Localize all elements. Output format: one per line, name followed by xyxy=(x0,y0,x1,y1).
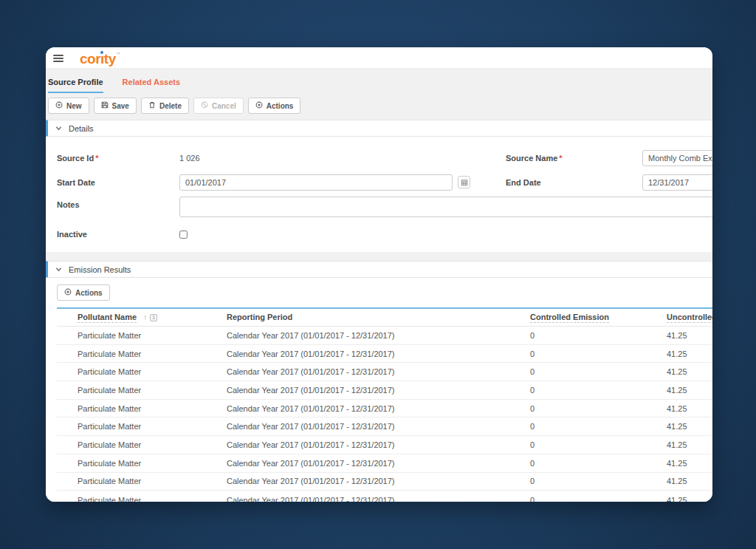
cell-pollutant-name: Particulate Matter xyxy=(57,496,227,502)
cell-controlled-emission: 0 xyxy=(530,367,667,376)
cell-pollutant-name: Particulate Matter xyxy=(57,331,227,340)
emission-table: Pollutant Name ↑ 1 Reporting Period Cont… xyxy=(57,307,712,502)
cell-reporting-period: Calendar Year 2017 (01/01/2017 - 12/31/2… xyxy=(227,459,530,468)
emission-results-section-title: Emission Results xyxy=(69,265,131,274)
table-row[interactable]: Particulate Matter Calendar Year 2017 (0… xyxy=(57,400,712,418)
emission-table-body: Particulate Matter Calendar Year 2017 (0… xyxy=(57,327,712,502)
table-row[interactable]: Particulate Matter Calendar Year 2017 (0… xyxy=(57,491,712,502)
save-icon xyxy=(101,101,109,110)
end-date-input[interactable] xyxy=(642,174,712,191)
circle-dot-icon xyxy=(64,288,72,297)
column-header-controlled-emission[interactable]: Controlled Emission xyxy=(530,313,667,321)
cell-uncontrolled-emission: 41.25 xyxy=(667,422,712,431)
table-row[interactable]: Particulate Matter Calendar Year 2017 (0… xyxy=(57,345,712,364)
cell-reporting-period: Calendar Year 2017 (01/01/2017 - 12/31/2… xyxy=(227,496,530,502)
tab-source-profile[interactable]: Source Profile xyxy=(48,76,103,93)
cell-reporting-period: Calendar Year 2017 (01/01/2017 - 12/31/2… xyxy=(227,422,530,431)
cell-pollutant-name: Particulate Matter xyxy=(57,367,227,376)
trash-icon xyxy=(148,101,156,110)
source-name-input[interactable] xyxy=(642,150,712,166)
cell-uncontrolled-emission: 41.25 xyxy=(667,404,712,413)
cell-pollutant-name: Particulate Matter xyxy=(57,422,227,431)
cell-uncontrolled-emission: 41.25 xyxy=(667,386,712,395)
end-date-label: End Date xyxy=(506,178,642,187)
source-id-label: Source Id* xyxy=(46,154,179,163)
cell-uncontrolled-emission: 41.25 xyxy=(667,459,712,468)
cority-logo: corıty™ xyxy=(80,52,120,66)
inactive-checkbox[interactable] xyxy=(179,231,188,239)
cell-reporting-period: Calendar Year 2017 (01/01/2017 - 12/31/2… xyxy=(227,331,530,340)
cell-controlled-emission: 0 xyxy=(530,331,667,340)
source-name-label: Source Name* xyxy=(506,154,642,163)
circle-dot-icon xyxy=(255,101,263,110)
logo-i-dot xyxy=(100,51,103,54)
inactive-label: Inactive xyxy=(46,230,179,239)
emission-actions-button[interactable]: Actions xyxy=(57,284,110,301)
table-row[interactable]: Particulate Matter Calendar Year 2017 (0… xyxy=(57,473,712,491)
details-section-title: Details xyxy=(69,124,94,133)
cell-uncontrolled-emission: 41.25 xyxy=(667,367,712,376)
cell-controlled-emission: 0 xyxy=(530,440,667,449)
toolbar: New Save Delete Cancel Actions xyxy=(46,93,712,114)
sort-order-badge: 1 xyxy=(150,314,157,321)
new-button[interactable]: New xyxy=(48,98,89,114)
table-row[interactable]: Particulate Matter Calendar Year 2017 (0… xyxy=(57,327,712,345)
table-row[interactable]: Particulate Matter Calendar Year 2017 (0… xyxy=(57,363,712,381)
cell-reporting-period: Calendar Year 2017 (01/01/2017 - 12/31/2… xyxy=(227,404,530,413)
cell-pollutant-name: Particulate Matter xyxy=(57,459,227,468)
cell-pollutant-name: Particulate Matter xyxy=(57,477,227,485)
emission-table-header: Pollutant Name ↑ 1 Reporting Period Cont… xyxy=(57,309,712,327)
cell-pollutant-name: Particulate Matter xyxy=(57,440,227,449)
tab-related-assets[interactable]: Related Assets xyxy=(123,76,180,93)
cell-uncontrolled-emission: 41.25 xyxy=(667,331,712,340)
cancel-button[interactable]: Cancel xyxy=(193,98,244,114)
cell-controlled-emission: 0 xyxy=(530,404,667,413)
start-date-input[interactable] xyxy=(179,174,453,191)
table-row[interactable]: Particulate Matter Calendar Year 2017 (0… xyxy=(57,417,712,436)
cell-controlled-emission: 0 xyxy=(530,477,667,485)
cell-uncontrolled-emission: 41.25 xyxy=(667,349,712,358)
app-window: corıty™ Source Profile Related Assets Ne… xyxy=(46,47,712,502)
app-header: corıty™ xyxy=(46,47,712,68)
table-row[interactable]: Particulate Matter Calendar Year 2017 (0… xyxy=(57,381,712,400)
table-row[interactable]: Particulate Matter Calendar Year 2017 (0… xyxy=(57,436,712,454)
cell-reporting-period: Calendar Year 2017 (01/01/2017 - 12/31/2… xyxy=(227,477,530,485)
start-date-label: Start Date xyxy=(46,178,179,187)
cancel-icon xyxy=(201,101,208,110)
tab-bar: Source Profile Related Assets xyxy=(46,69,712,93)
notes-textarea[interactable] xyxy=(179,197,712,217)
column-header-reporting-period[interactable]: Reporting Period xyxy=(227,313,530,321)
cell-uncontrolled-emission: 41.25 xyxy=(667,440,712,449)
chevron-down-icon xyxy=(55,124,62,133)
cell-reporting-period: Calendar Year 2017 (01/01/2017 - 12/31/2… xyxy=(227,386,530,395)
cell-uncontrolled-emission: 41.25 xyxy=(667,496,712,502)
plus-circle-icon xyxy=(55,101,63,110)
emission-results-section-header[interactable]: Emission Results xyxy=(46,261,712,278)
cell-reporting-period: Calendar Year 2017 (01/01/2017 - 12/31/2… xyxy=(227,367,530,376)
cell-controlled-emission: 0 xyxy=(530,496,667,502)
cell-pollutant-name: Particulate Matter xyxy=(57,386,227,395)
calendar-icon[interactable] xyxy=(458,176,470,188)
save-button[interactable]: Save xyxy=(94,98,137,114)
section-divider xyxy=(46,252,712,261)
cell-controlled-emission: 0 xyxy=(530,386,667,395)
cell-pollutant-name: Particulate Matter xyxy=(57,349,227,358)
delete-button[interactable]: Delete xyxy=(141,98,189,114)
column-header-pollutant-name[interactable]: Pollutant Name ↑ 1 xyxy=(57,313,227,321)
table-row[interactable]: Particulate Matter Calendar Year 2017 (0… xyxy=(57,454,712,473)
source-id-value: 1 026 xyxy=(179,154,200,163)
cell-reporting-period: Calendar Year 2017 (01/01/2017 - 12/31/2… xyxy=(227,440,530,449)
notes-label: Notes xyxy=(46,197,179,209)
cell-controlled-emission: 0 xyxy=(530,422,667,431)
cell-controlled-emission: 0 xyxy=(530,459,667,468)
details-form: Source Id* 1 026 Source Name* Start Date… xyxy=(46,137,712,252)
menu-icon[interactable] xyxy=(53,55,63,62)
cell-reporting-period: Calendar Year 2017 (01/01/2017 - 12/31/2… xyxy=(227,349,530,358)
actions-button[interactable]: Actions xyxy=(248,98,301,114)
chevron-down-icon xyxy=(55,265,62,274)
tab-toolbar-strip: Source Profile Related Assets New Save D… xyxy=(46,68,712,120)
cell-controlled-emission: 0 xyxy=(530,349,667,358)
details-section-header[interactable]: Details xyxy=(46,120,712,137)
cell-pollutant-name: Particulate Matter xyxy=(57,404,227,413)
column-header-uncontrolled-emission[interactable]: Uncontrolled Emission xyxy=(667,313,712,321)
